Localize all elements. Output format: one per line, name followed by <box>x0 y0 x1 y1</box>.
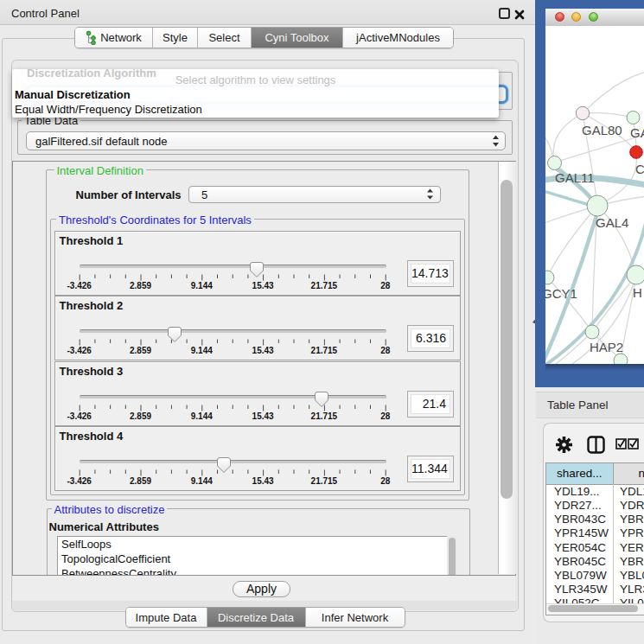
svg-text:GAL11: GAL11 <box>555 170 595 185</box>
svg-text:GAL80: GAL80 <box>582 123 622 137</box>
svg-text:GA: GA <box>630 125 644 140</box>
svg-text:HAP2: HAP2 <box>590 340 623 354</box>
svg-text:H: H <box>633 285 642 300</box>
svg-text:GAL4: GAL4 <box>596 215 628 230</box>
svg-text:C: C <box>635 162 644 176</box>
svg-text:GCY1: GCY1 <box>545 286 577 301</box>
